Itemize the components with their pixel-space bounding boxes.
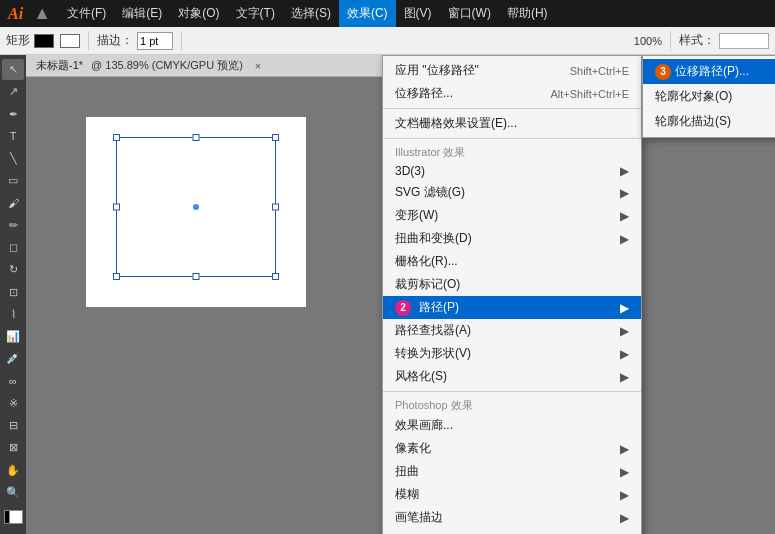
effect-rasterize-label: 栅格化(R)...	[395, 253, 458, 270]
offset-path-item[interactable]: 3 位移路径(P)...	[643, 59, 775, 84]
anchor-tr	[272, 134, 279, 141]
tool-graph[interactable]: 📊	[2, 326, 24, 347]
tool-symbol[interactable]: ※	[2, 393, 24, 414]
tool-eraser[interactable]: ◻	[2, 237, 24, 258]
outline-object-label: 轮廓化对象(O)	[655, 88, 732, 105]
tool-hand[interactable]: ✋	[2, 460, 24, 481]
doc-raster-item[interactable]: 文档栅格效果设置(E)...	[383, 112, 641, 135]
effect-warp-label: 变形(W)	[395, 207, 438, 224]
stroke-input[interactable]	[137, 32, 173, 50]
effect-3d-item[interactable]: 3D(3) ▶	[383, 161, 641, 181]
style-label: 样式：	[679, 32, 715, 49]
tool-warp[interactable]: ⌇	[2, 304, 24, 325]
separator-2	[383, 138, 641, 139]
menu-select[interactable]: 选择(S)	[283, 0, 339, 27]
offset-path-top-shortcut: Alt+Shift+Ctrl+E	[550, 88, 629, 100]
ps-brushstroke-item[interactable]: 画笔描边 ▶	[383, 506, 641, 529]
menu-object[interactable]: 对象(O)	[170, 0, 227, 27]
rect-object[interactable]	[116, 137, 276, 277]
anchor-tl	[113, 134, 120, 141]
style-select[interactable]	[719, 33, 769, 49]
shape-label: 矩形	[6, 32, 30, 49]
anchor-bl	[113, 273, 120, 280]
effect-cropmarks-label: 裁剪标记(O)	[395, 276, 460, 293]
tool-rotate[interactable]: ↻	[2, 259, 24, 280]
effect-rasterize-item[interactable]: 栅格化(R)...	[383, 250, 641, 273]
step-badge-2: 2	[395, 300, 411, 316]
anchor-ml	[113, 204, 120, 211]
effect-pathfinder-item[interactable]: 路径查找器(A) ▶	[383, 319, 641, 342]
menu-view[interactable]: 图(V)	[396, 0, 440, 27]
menu-edit[interactable]: 编辑(E)	[114, 0, 170, 27]
ps-gallery-item[interactable]: 效果画廊...	[383, 414, 641, 437]
tool-column[interactable]: ⊟	[2, 415, 24, 436]
anchor-br	[272, 273, 279, 280]
effect-svg-item[interactable]: SVG 滤镜(G) ▶	[383, 181, 641, 204]
effect-path-item[interactable]: 2 路径(P) ▶	[383, 296, 641, 319]
ps-sketch-item[interactable]: 素描 ▶	[383, 529, 641, 534]
title-bar: Ai ▲ 文件(F) 编辑(E) 对象(O) 文字(T) 选择(S) 效果(C)…	[0, 0, 775, 27]
ps-pixelate-label: 像素化	[395, 440, 431, 457]
effect-distort-arrow: ▶	[620, 232, 629, 246]
anchor-tm	[193, 134, 200, 141]
ps-blur-label: 模糊	[395, 486, 419, 503]
effect-stylize-arrow: ▶	[620, 370, 629, 384]
ps-brushstroke-arrow: ▶	[620, 511, 629, 525]
ps-blur-item[interactable]: 模糊 ▶	[383, 483, 641, 506]
menu-window[interactable]: 窗口(W)	[440, 0, 499, 27]
divider-2	[181, 31, 182, 51]
offset-path-top-item[interactable]: 位移路径... Alt+Shift+Ctrl+E	[383, 82, 641, 105]
outline-stroke-item[interactable]: 轮廓化描边(S)	[643, 109, 775, 134]
doc-raster-label: 文档栅格效果设置(E)...	[395, 115, 517, 132]
effect-svg-arrow: ▶	[620, 186, 629, 200]
effect-distort-item[interactable]: 扭曲和变换(D) ▶	[383, 227, 641, 250]
stroke-label: 描边：	[97, 32, 133, 49]
tool-paintbrush[interactable]: 🖌	[2, 193, 24, 214]
tool-slice[interactable]: ⊠	[2, 437, 24, 458]
offset-path-label: 位移路径(P)...	[675, 63, 749, 80]
menu-help[interactable]: 帮助(H)	[499, 0, 556, 27]
effect-pathfinder-arrow: ▶	[620, 324, 629, 338]
app-logo: Ai	[8, 5, 23, 23]
effect-toshape-item[interactable]: 转换为形状(V) ▶	[383, 342, 641, 365]
apply-offset-shortcut: Shift+Ctrl+E	[570, 65, 629, 77]
center-point	[193, 204, 199, 210]
menu-bar: 文件(F) 编辑(E) 对象(O) 文字(T) 选择(S) 效果(C) 图(V)…	[59, 0, 767, 27]
apply-offset-item[interactable]: 应用 "位移路径" Shift+Ctrl+E	[383, 59, 641, 82]
tool-rect[interactable]: ▭	[2, 170, 24, 191]
stroke-swatch[interactable]	[60, 34, 80, 48]
effect-pathfinder-label: 路径查找器(A)	[395, 322, 471, 339]
tool-select[interactable]: ↖	[2, 59, 24, 80]
effect-warp-arrow: ▶	[620, 209, 629, 223]
ps-gallery-label: 效果画廊...	[395, 417, 453, 434]
fill-swatch[interactable]	[34, 34, 54, 48]
doc-title: 未标题-1*	[36, 58, 83, 73]
ps-pixelate-arrow: ▶	[620, 442, 629, 456]
tool-scale[interactable]: ⊡	[2, 282, 24, 303]
tool-blend[interactable]: ∞	[2, 371, 24, 392]
outline-object-item[interactable]: 轮廓化对象(O)	[643, 84, 775, 109]
tool-eyedropper[interactable]: 💉	[2, 348, 24, 369]
tool-zoom[interactable]: 🔍	[2, 482, 24, 503]
doc-close-button[interactable]: ×	[255, 60, 261, 72]
photoshop-section-label: Photoshop 效果	[383, 395, 641, 414]
tool-type[interactable]: T	[2, 126, 24, 147]
menu-effect[interactable]: 效果(C)	[339, 0, 396, 27]
effect-stylize-item[interactable]: 风格化(S) ▶	[383, 365, 641, 388]
menu-type[interactable]: 文字(T)	[228, 0, 283, 27]
tool-pencil[interactable]: ✏	[2, 215, 24, 236]
ps-blur-arrow: ▶	[620, 488, 629, 502]
effect-warp-item[interactable]: 变形(W) ▶	[383, 204, 641, 227]
tool-pen[interactable]: ✒	[2, 104, 24, 125]
canvas-area: 未标题-1* @ 135.89% (CMYK/GPU 预览) ×	[26, 55, 775, 534]
tool-direct-select[interactable]: ↗	[2, 81, 24, 102]
menu-file[interactable]: 文件(F)	[59, 0, 114, 27]
color-swatch-area	[2, 508, 24, 530]
effect-menu: 应用 "位移路径" Shift+Ctrl+E 位移路径... Alt+Shift…	[382, 55, 642, 534]
effect-toshape-arrow: ▶	[620, 347, 629, 361]
effect-cropmarks-item[interactable]: 裁剪标记(O)	[383, 273, 641, 296]
ps-pixelate-item[interactable]: 像素化 ▶	[383, 437, 641, 460]
tool-line[interactable]: ╲	[2, 148, 24, 169]
divider-3	[670, 31, 671, 51]
ps-distort-item[interactable]: 扭曲 ▶	[383, 460, 641, 483]
